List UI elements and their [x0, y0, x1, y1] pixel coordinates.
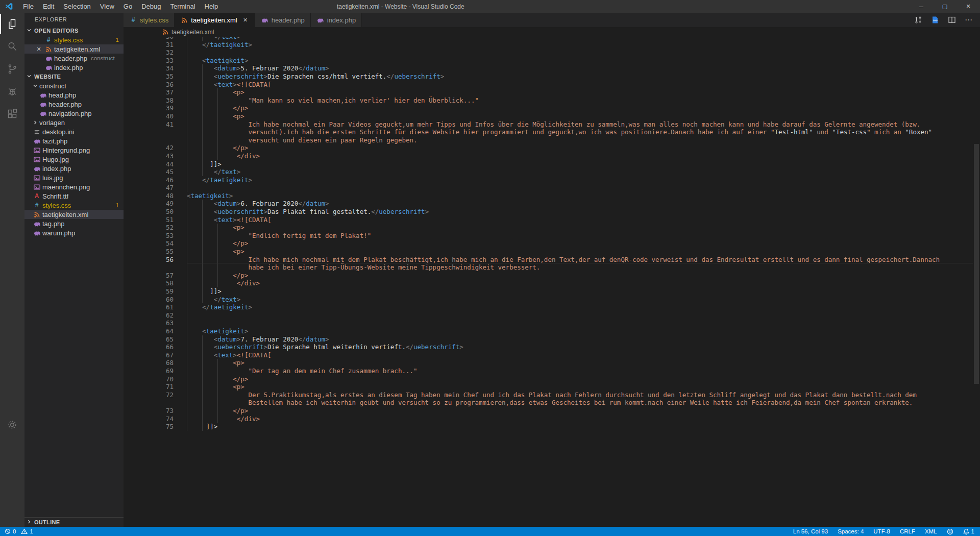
code-line-34[interactable]: 34<datum>5. Februar 2020</datum> — [124, 64, 980, 72]
php-preview-icon[interactable]: PHP — [930, 15, 940, 25]
file-luis.jpg[interactable]: luis.jpg — [24, 173, 124, 182]
code-line-53[interactable]: 53"Endlich fertig mit dem Plakat!" — [124, 232, 980, 240]
code-line-72[interactable]: 72Der 5.Praktikumstag,als erstes an dies… — [124, 391, 980, 399]
code-line-68[interactable]: 68<p> — [124, 359, 980, 367]
file-Hugo.jpg[interactable]: Hugo.jpg — [24, 155, 124, 164]
code-line-74[interactable]: 74</div> — [124, 415, 980, 423]
open-editor-header.php[interactable]: header.phpconstruct — [24, 54, 124, 63]
code-line-wrap[interactable]: Bestellem habe ich weiterhin geübt und v… — [124, 399, 980, 407]
code-line-51[interactable]: 51<text><![CDATA[ — [124, 216, 980, 224]
file-header.php[interactable]: header.php — [24, 100, 124, 109]
close-button[interactable]: ✕ — [957, 0, 980, 13]
code-line-45[interactable]: 45</text> — [124, 168, 980, 176]
tab-styles.css[interactable]: #styles.css — [124, 13, 175, 27]
code-line-60[interactable]: 60</text> — [124, 296, 980, 304]
menu-selection[interactable]: Selection — [59, 0, 95, 13]
file-fazit.php[interactable]: fazit.php — [24, 136, 124, 145]
tab-taetigkeiten.xml[interactable]: taetigkeiten.xml✕ — [175, 13, 255, 27]
file-Hintergrund.png[interactable]: Hintergrund.png — [24, 145, 124, 155]
code-line-wrap[interactable]: habe ich bei einer Tipp-Übungs-Website m… — [124, 263, 980, 272]
status-cursor-position[interactable]: Ln 56, Col 93 — [793, 528, 828, 534]
code-line-32[interactable]: 32 — [124, 48, 980, 57]
code-line-37[interactable]: 37<p> — [124, 88, 980, 96]
section-website[interactable]: WEBSITE — [24, 72, 124, 81]
code-line-59[interactable]: 59]]> — [124, 287, 980, 296]
code-line-63[interactable]: 63 — [124, 319, 980, 327]
code-line-47[interactable]: 47 — [124, 184, 980, 192]
split-editor-icon[interactable] — [947, 15, 957, 25]
code-line-39[interactable]: 39</p> — [124, 104, 980, 112]
code-line-44[interactable]: 44]]> — [124, 160, 980, 168]
activity-explorer[interactable] — [0, 13, 24, 35]
tab-header.php[interactable]: header.php — [255, 13, 311, 27]
menu-edit[interactable]: Edit — [38, 0, 59, 13]
menu-go[interactable]: Go — [119, 0, 137, 13]
code-line-62[interactable]: 62 — [124, 311, 980, 320]
code-line-41[interactable]: 41Ich habe nochmal ein Paar Videos geguc… — [124, 120, 980, 129]
file-maennchen.png[interactable]: maennchen.png — [24, 182, 124, 191]
code-line-64[interactable]: 64<taetigkeit> — [124, 327, 980, 335]
scrollbar-thumb[interactable] — [974, 144, 979, 384]
code-line-65[interactable]: 65<datum>7. Februar 2020</datum> — [124, 335, 980, 344]
code-line-67[interactable]: 67<text><![CDATA[ — [124, 351, 980, 359]
code-line-33[interactable]: 33<taetigkeit> — [124, 57, 980, 65]
code-line-38[interactable]: 38"Man kann so viel machen,ich verlier' … — [124, 96, 980, 105]
status-eol-sequence[interactable]: CRLF — [900, 528, 915, 534]
code-line-40[interactable]: 40<p> — [124, 112, 980, 120]
notifications-bell[interactable]: 1 — [963, 528, 974, 535]
section-open-editors[interactable]: OPEN EDITORS — [24, 26, 124, 35]
file-warum.php[interactable]: warum.php — [24, 228, 124, 237]
close-icon[interactable]: ✕ — [242, 17, 249, 23]
code-line-49[interactable]: 49<datum>6. Februar 2020</datum> — [124, 200, 980, 208]
file-index.php[interactable]: index.php — [24, 164, 124, 173]
tab-index.php[interactable]: index.php — [311, 13, 362, 27]
code-line-57[interactable]: 57</p> — [124, 272, 980, 280]
code-line-70[interactable]: 70</p> — [124, 375, 980, 383]
code-line-42[interactable]: 42</p> — [124, 144, 980, 152]
open-changes-icon[interactable] — [913, 15, 923, 25]
code-line-55[interactable]: 55<p> — [124, 248, 980, 256]
status-indentation[interactable]: Spaces: 4 — [838, 528, 864, 534]
minimize-button[interactable]: ─ — [910, 0, 933, 13]
code-line-46[interactable]: 46</taetigkeit> — [124, 176, 980, 184]
maximize-button[interactable]: ▢ — [933, 0, 957, 13]
activity-search[interactable] — [0, 35, 24, 58]
activity-extensions[interactable] — [0, 103, 24, 125]
code-line-75[interactable]: 75]]> — [124, 423, 980, 431]
activity-settings[interactable] — [0, 413, 24, 436]
feedback-smiley-icon[interactable] — [947, 528, 953, 535]
open-editor-index.php[interactable]: index.php — [24, 63, 124, 72]
code-editor[interactable]: 30</text>31</taetigkeit>3233<taetigkeit>… — [124, 37, 980, 527]
activity-debug[interactable] — [0, 80, 24, 103]
open-editor-taetigkeiten.xml[interactable]: ✕taetigkeiten.xml — [24, 44, 124, 54]
file-styles.css[interactable]: #styles.css1 — [24, 201, 124, 210]
status-language-mode[interactable]: XML — [925, 528, 937, 534]
code-line-30[interactable]: 30</text> — [124, 37, 980, 41]
file-desktop.ini[interactable]: desktop.ini — [24, 127, 124, 136]
code-line-36[interactable]: 36<text><![CDATA[ — [124, 81, 980, 89]
code-line-31[interactable]: 31</taetigkeit> — [124, 41, 980, 49]
file-navigation.php[interactable]: navigation.php — [24, 109, 124, 118]
code-line-43[interactable]: 43</div> — [124, 152, 980, 160]
activity-source-control[interactable] — [0, 58, 24, 80]
code-line-wrap[interactable]: versucht und diesen ein paar Regeln gege… — [124, 136, 980, 144]
code-line-58[interactable]: 58</div> — [124, 279, 980, 287]
file-Schrift.ttf[interactable]: ASchrift.ttf — [24, 191, 124, 201]
code-line-52[interactable]: 52<p> — [124, 224, 980, 232]
code-line-50[interactable]: 50<ueberschrift>Das Plakat final gestalt… — [124, 208, 980, 216]
file-tag.php[interactable]: tag.php — [24, 219, 124, 228]
section-outline[interactable]: OUTLINE — [24, 517, 124, 527]
folder-construct[interactable]: construct — [24, 81, 124, 90]
code-line-61[interactable]: 61</taetigkeit> — [124, 303, 980, 311]
menu-help[interactable]: Help — [200, 0, 223, 13]
code-line-48[interactable]: 48<taetigkeit> — [124, 192, 980, 200]
menu-debug[interactable]: Debug — [137, 0, 165, 13]
problems-status[interactable]: 0 1 — [0, 528, 33, 534]
file-taetigkeiten.xml[interactable]: taetigkeiten.xml — [24, 210, 124, 219]
code-line-wrap[interactable]: versucht).Ich hab die ersten Schritte fü… — [124, 128, 980, 136]
menu-file[interactable]: File — [18, 0, 38, 13]
close-icon[interactable]: ✕ — [35, 46, 42, 53]
more-actions-icon[interactable]: ⋯ — [964, 15, 974, 25]
code-line-71[interactable]: 71<p> — [124, 383, 980, 391]
file-head.php[interactable]: head.php — [24, 90, 124, 100]
